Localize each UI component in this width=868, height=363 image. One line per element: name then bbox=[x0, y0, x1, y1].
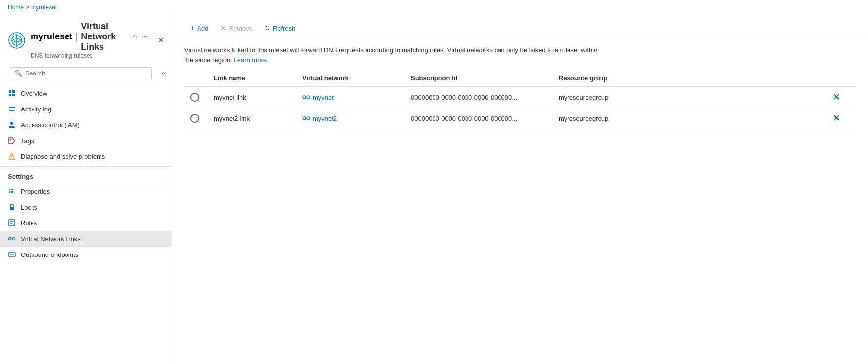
row2-subscription-id: 00000000-0000-0000-0000-000000... bbox=[405, 108, 553, 129]
access-control-label: Access control (IAM) bbox=[21, 121, 80, 129]
tags-icon bbox=[8, 137, 16, 145]
diagnose-label: Diagnose and solve problems bbox=[21, 153, 105, 160]
collapse-button[interactable]: « bbox=[160, 67, 168, 80]
row2-radio[interactable] bbox=[190, 114, 199, 123]
row2-virtual-network: myvnet2 bbox=[297, 108, 405, 129]
svg-point-13 bbox=[11, 158, 12, 159]
svg-point-10 bbox=[10, 122, 13, 125]
rules-label: Rules bbox=[21, 219, 37, 227]
learn-more-link[interactable]: Learn more bbox=[234, 56, 266, 64]
description-text: Virtual networks linked to this ruleset … bbox=[172, 39, 616, 71]
row1-vnet-link[interactable]: myvnet bbox=[302, 94, 399, 101]
sidebar-title-group: myruleset | Virtual Network Links ☆ ··· … bbox=[31, 21, 148, 59]
svg-rect-3 bbox=[9, 90, 11, 93]
svg-rect-7 bbox=[9, 107, 15, 108]
th-virtual-network: Virtual network bbox=[297, 71, 405, 86]
settings-section-header: Settings bbox=[0, 166, 172, 183]
locks-label: Locks bbox=[21, 204, 37, 211]
table-row: myvnet-link myvnet bbox=[184, 86, 856, 108]
overview-icon bbox=[8, 89, 16, 97]
vnet2-icon bbox=[302, 115, 310, 122]
nav-rules[interactable]: Rules bbox=[0, 215, 172, 231]
vnet1-icon bbox=[302, 94, 310, 101]
outbound-endpoints-label: Outbound endpoints bbox=[21, 251, 78, 258]
svg-point-30 bbox=[303, 117, 306, 120]
svg-rect-18 bbox=[10, 207, 14, 210]
row1-radio[interactable] bbox=[190, 93, 199, 102]
activity-log-label: Activity log bbox=[21, 106, 51, 113]
row1-resource-group: myresourcegroup bbox=[553, 86, 827, 108]
nav-overview[interactable]: Overview bbox=[0, 85, 172, 101]
svg-rect-5 bbox=[9, 94, 11, 96]
nav-virtual-network-links[interactable]: Virtual Network Links bbox=[0, 231, 172, 247]
svg-point-28 bbox=[307, 96, 310, 99]
nav-outbound-endpoints[interactable]: Outbound endpoints bbox=[0, 247, 172, 262]
nav-access-control[interactable]: Access control (IAM) bbox=[0, 117, 172, 133]
nav-properties[interactable]: Properties bbox=[0, 183, 172, 199]
search-box[interactable]: 🔍 bbox=[10, 67, 152, 79]
breadcrumb-home[interactable]: Home bbox=[8, 4, 24, 11]
favorite-icon[interactable]: ☆ bbox=[132, 32, 138, 41]
svg-rect-9 bbox=[9, 110, 14, 111]
th-resource-group: Resource group bbox=[553, 71, 827, 86]
network-links-table: Link name Virtual network Subscription I… bbox=[184, 71, 856, 129]
table-row: myvnet2-link myvnet2 bbox=[184, 108, 856, 129]
resource-icon bbox=[8, 32, 26, 49]
close-icon[interactable]: ✕ bbox=[158, 36, 164, 45]
breadcrumb: Home > myruleset bbox=[0, 0, 868, 15]
row1-link-name: myvnet-link bbox=[208, 86, 297, 108]
svg-rect-6 bbox=[12, 94, 15, 96]
th-select bbox=[184, 71, 208, 86]
svg-rect-4 bbox=[12, 90, 15, 93]
search-input[interactable] bbox=[25, 70, 147, 77]
remove-icon: ✕ bbox=[220, 24, 226, 32]
nav-activity-log[interactable]: Activity log bbox=[0, 101, 172, 117]
resource-subtitle: DNS forwarding ruleset bbox=[31, 52, 148, 59]
breadcrumb-separator: > bbox=[26, 4, 29, 11]
add-icon: + bbox=[190, 24, 195, 33]
row2-delete-button[interactable]: ✕ bbox=[833, 113, 840, 124]
main-content: + Add ✕ Remove ↻ Refresh Virtual network… bbox=[172, 15, 868, 363]
breadcrumb-current[interactable]: myruleset bbox=[31, 4, 57, 11]
tags-label: Tags bbox=[21, 137, 34, 145]
more-options-icon[interactable]: ··· bbox=[141, 33, 148, 41]
row1-delete-cell: ✕ bbox=[827, 86, 856, 108]
row2-vnet-link[interactable]: myvnet2 bbox=[302, 115, 399, 122]
remove-button[interactable]: ✕ Remove bbox=[214, 22, 258, 35]
properties-icon bbox=[8, 187, 16, 195]
nav-locks[interactable]: Locks bbox=[0, 199, 172, 215]
row2-delete-cell: ✕ bbox=[827, 108, 856, 129]
svg-rect-8 bbox=[9, 109, 13, 109]
svg-point-11 bbox=[10, 139, 11, 141]
sidebar-header: myruleset | Virtual Network Links ☆ ··· … bbox=[0, 15, 172, 63]
locks-icon bbox=[8, 203, 16, 211]
add-button[interactable]: + Add bbox=[184, 21, 214, 35]
properties-label: Properties bbox=[21, 188, 50, 195]
th-subscription-id: Subscription Id bbox=[405, 71, 553, 86]
toolbar: + Add ✕ Remove ↻ Refresh bbox=[172, 15, 868, 39]
svg-point-31 bbox=[307, 117, 310, 120]
row2-link-name: myvnet2-link bbox=[208, 108, 297, 129]
activity-log-icon bbox=[8, 105, 16, 113]
sidebar: myruleset | Virtual Network Links ☆ ··· … bbox=[0, 15, 172, 363]
row2-select-cell bbox=[184, 108, 208, 129]
row2-resource-group: myresourcegroup bbox=[553, 108, 827, 129]
resource-title: myruleset bbox=[31, 32, 72, 42]
row1-subscription-id: 00000000-0000-0000-0000-000000... bbox=[405, 86, 553, 108]
svg-point-22 bbox=[9, 238, 11, 240]
page-title: Virtual Network Links bbox=[81, 21, 128, 52]
svg-rect-16 bbox=[9, 191, 10, 193]
access-control-icon bbox=[8, 121, 16, 129]
virtual-network-links-label: Virtual Network Links bbox=[21, 235, 81, 243]
nav-tags[interactable]: Tags bbox=[0, 133, 172, 148]
svg-rect-14 bbox=[9, 189, 10, 190]
row1-delete-button[interactable]: ✕ bbox=[833, 92, 840, 103]
row1-select-cell bbox=[184, 86, 208, 108]
row1-virtual-network: myvnet bbox=[297, 86, 405, 108]
outbound-endpoints-icon bbox=[8, 251, 16, 258]
diagnose-icon bbox=[8, 152, 16, 160]
nav-diagnose[interactable]: Diagnose and solve problems bbox=[0, 148, 172, 164]
svg-rect-15 bbox=[11, 189, 13, 190]
refresh-button[interactable]: ↻ Refresh bbox=[259, 22, 301, 35]
title-separator: | bbox=[75, 31, 78, 42]
